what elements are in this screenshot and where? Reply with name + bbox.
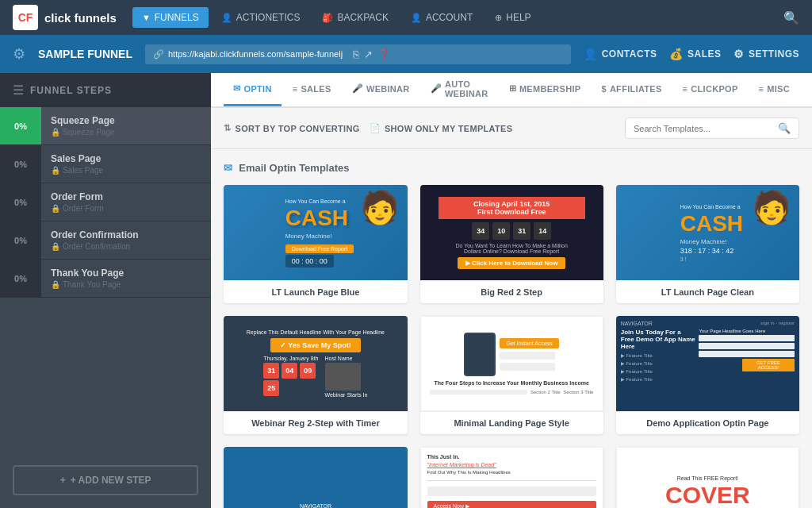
step-type-squeeze: Squeeze Page	[63, 128, 115, 137]
tab-misc[interactable]: ≡ MISC	[749, 73, 799, 106]
demo-form-head: Your Page Headline Goes Here	[699, 329, 795, 333]
clean-sub2: 3 !	[680, 256, 687, 262]
nav-item-backpack[interactable]: 🎒 BACKPACK	[312, 7, 397, 28]
nav-item-funnels[interactable]: ▼ FUNNELS	[132, 7, 209, 28]
template-label-webinar: Webinar Reg 2-Step with Timer	[224, 411, 407, 434]
sort-button[interactable]: ⇅ SORT BY TOP CONVERTING	[224, 123, 359, 133]
step-type-thanks: Thank You Page	[63, 280, 121, 289]
top-nav: CF click funnels ▼ FUNNELS 👤 ACTIONETICS…	[0, 0, 812, 35]
template-card-lt-blue[interactable]: 🧑 How You Can Become a CASH Money Machin…	[224, 185, 407, 303]
step-item-squeeze[interactable]: 0% Squeeze Page 🔒 Squeeze Page	[0, 107, 211, 145]
template-card-cover[interactable]: Read This FREE Report! COVER Lorem ipsum…	[616, 447, 799, 508]
wblock-3: 09	[300, 363, 316, 379]
section3-label: Section 3 Title	[564, 390, 594, 394]
tab-bar: ✉ OPTIN ≡ SALES 🎤 WEBINAR 🎤 AUTO WEBINAR…	[211, 73, 812, 108]
thumb-char-clean: 🧑	[752, 189, 791, 226]
tab-clickpop[interactable]: ≡ CLICKPOP	[673, 73, 748, 106]
search-button[interactable]: 🔍	[783, 10, 799, 25]
template-card-internet[interactable]: This Just In. "Internet Marketing is Dea…	[420, 447, 603, 508]
get-access-btn: Get Instant Access	[500, 338, 558, 348]
template-card-big-red[interactable]: Closing April 1st, 2015First Download Fr…	[420, 185, 603, 303]
step-item-order-form[interactable]: 0% Order Form 🔒 Order Form	[0, 183, 211, 221]
internet-btn: Access Now ▶	[427, 501, 596, 508]
template-card-demo[interactable]: NAVIGATOR sign in - register Join Us Tod…	[616, 316, 799, 434]
feature-item-4: ▶ Feature Title	[621, 376, 696, 382]
template-label-lt-blue: LT Launch Page Blue	[224, 280, 407, 303]
template-card-webinar[interactable]: Replace This Default Headline With Your …	[224, 316, 407, 434]
nav-item-help[interactable]: ⊕ HELP	[485, 7, 540, 28]
step-item-confirmation[interactable]: 0% Order Confirmation 🔒 Order Confirmati…	[0, 221, 211, 260]
settings-button[interactable]: ⚙ SETTINGS	[733, 48, 799, 60]
feature-item-1: ▶ Feature Title	[621, 352, 696, 358]
lock-icon-confirm: 🔒	[51, 242, 60, 251]
sidebar-title: FUNNEL STEPS	[30, 85, 112, 96]
tab-auto-webinar[interactable]: 🎤 AUTO WEBINAR	[421, 73, 498, 106]
help-icon: ⊕	[495, 13, 502, 23]
settings-icon: ⚙	[733, 48, 745, 60]
account-icon: 👤	[411, 13, 422, 23]
lock-icon: 🔒	[51, 128, 60, 137]
internet-divider	[427, 480, 596, 481]
demo-field-3	[699, 351, 795, 357]
search-input[interactable]	[634, 124, 773, 133]
yes-btn: ✓ Yes Save My Spot!	[270, 338, 361, 352]
logo[interactable]: CF click funnels	[13, 5, 117, 30]
tab-webinar[interactable]: 🎤 WEBINAR	[343, 73, 419, 106]
red-banner: Closing April 1st, 2015First Download Fr…	[439, 197, 585, 219]
section-header: ✉ Email Optin Templates	[224, 162, 799, 174]
step-item-thankyou[interactable]: 0% Thank You Page 🔒 Thank You Page	[0, 260, 211, 298]
misc-icon: ≡	[759, 84, 764, 94]
bigred-headline: Do You Want To Learn How To Make a Milli…	[455, 243, 568, 254]
membership-icon: ⊞	[509, 83, 516, 94]
internet-body: Find Out Why This Is Making Headlines	[427, 470, 596, 475]
external-link-icon[interactable]: ↗	[364, 48, 373, 60]
cover-title: COVER	[665, 483, 750, 507]
clean-countdown: 318 : 17 : 34 : 42	[680, 247, 734, 255]
template-card-lt-clean[interactable]: 🧑 How You Can Become a CASH Money Machin…	[616, 185, 799, 303]
content-area: ✉ OPTIN ≡ SALES 🎤 WEBINAR 🎤 AUTO WEBINAR…	[211, 73, 812, 508]
thumb-countdown: 00 : 00 : 00	[285, 255, 334, 267]
template-controls: ⇅ SORT BY TOP CONVERTING 📄 SHOW ONLY MY …	[211, 108, 812, 149]
webinar-co	[325, 363, 361, 391]
auto-webinar-icon: 🎤	[431, 83, 442, 94]
sales-button[interactable]: 💰 SALES	[669, 48, 721, 60]
my-templates-button[interactable]: 📄 SHOW ONLY MY TEMPLATES	[370, 123, 513, 133]
minimal-input	[500, 352, 555, 360]
tab-membership[interactable]: ⊞ MEMBERSHIP	[500, 73, 591, 106]
step-item-sales[interactable]: 0% Sales Page 🔒 Sales Page	[0, 145, 211, 183]
lock-icon-order: 🔒	[51, 204, 60, 213]
tab-optin[interactable]: ✉ OPTIN	[224, 73, 281, 106]
webinar-labels: Thursday, January 8th	[263, 356, 318, 361]
templates-container: ✉ Email Optin Templates 🧑 How You Can Be…	[211, 149, 812, 508]
nav-item-account[interactable]: 👤 ACCOUNT	[401, 7, 482, 28]
template-card-minimal[interactable]: Get Instant Access The Four Steps to Inc…	[420, 316, 603, 434]
template-search: 🔍	[625, 117, 799, 139]
contacts-icon: 👤	[584, 48, 598, 60]
template-card-yourpage[interactable]: NAVIGATOR YOUR PAGE GET ACCESS TODAY! Na…	[224, 447, 407, 508]
funnel-url-bar[interactable]: 🔗 https://kajabi.clickfunnels.com/sample…	[145, 44, 571, 64]
lock-icon-thanks: 🔒	[51, 280, 60, 289]
step-type-order: Order Form	[63, 204, 104, 213]
timer-block-1: 34	[472, 222, 489, 240]
step-percent-confirm: 0%	[0, 221, 41, 259]
webinar-text: Webinar Starts In	[325, 392, 368, 398]
tab-sales[interactable]: ≡ SALES	[283, 73, 341, 106]
copy-icon[interactable]: ⎘	[353, 48, 359, 60]
add-step-button[interactable]: + + ADD NEW STEP	[13, 465, 198, 495]
section2-label: Section 2 Title	[530, 390, 561, 394]
help-circle-icon[interactable]: ❓	[377, 48, 390, 60]
bigred-cta: ▶ Click Here to Download Now	[458, 257, 566, 269]
clean-sub: Money Machine!	[680, 238, 727, 245]
wblock-4-row: 25	[263, 380, 318, 396]
hamburger-icon[interactable]: ☰	[13, 83, 24, 98]
contacts-button[interactable]: 👤 CONTACTS	[584, 48, 657, 60]
tab-affiliates[interactable]: $ AFFILIATES	[592, 73, 671, 106]
logo-icon: CF	[13, 5, 38, 30]
lock-icon-sales: 🔒	[51, 166, 60, 175]
feature-item-2: ▶ Feature Title	[621, 360, 696, 366]
thumb-character: 🧑	[360, 189, 400, 226]
wblock-2: 04	[282, 363, 297, 379]
backpack-icon: 🎒	[322, 13, 333, 23]
nav-item-actionetics[interactable]: 👤 ACTIONETICS	[212, 7, 310, 28]
demo-field-1	[699, 335, 795, 341]
